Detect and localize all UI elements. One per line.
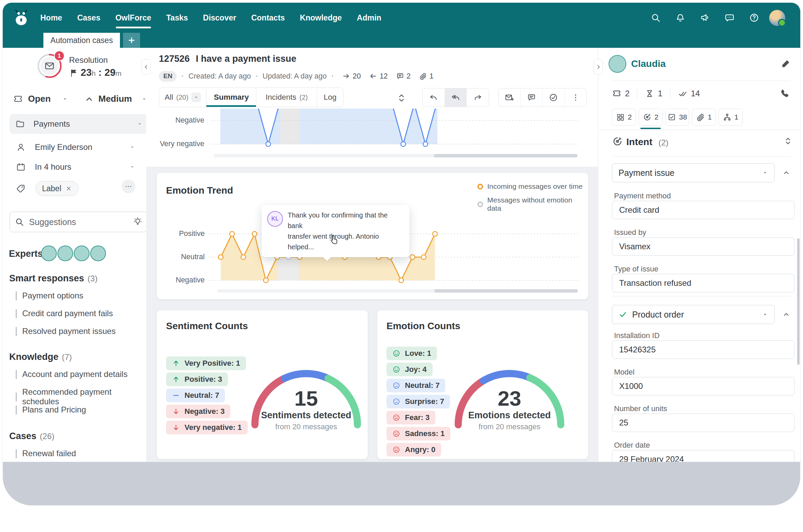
tab-incidents[interactable]: Incidents(2): [256, 87, 317, 107]
chat-icon[interactable]: [724, 13, 735, 23]
field-payments[interactable]: Payments: [10, 114, 148, 134]
form-input-issued-by[interactable]: Visamex: [612, 237, 794, 256]
form-input-number-of-units[interactable]: 25: [612, 414, 794, 432]
reply-all-icon: [451, 93, 460, 102]
new-tab-button[interactable]: [123, 33, 140, 48]
contact-stat-double-check: 14: [678, 89, 700, 98]
contact-tab-checkbox[interactable]: 38: [665, 109, 689, 126]
list-item[interactable]: Recommended payment schedules: [16, 387, 146, 406]
chart-scrollbar-thumb[interactable]: [434, 289, 578, 293]
field-value: In 4 hours: [35, 162, 71, 172]
lightbulb-icon[interactable]: [133, 217, 142, 227]
tab-log[interactable]: Log: [317, 87, 343, 107]
created-timestamp: Created: A day ago: [188, 72, 251, 81]
hourglass-icon: [645, 89, 654, 98]
contact-tab-paperclip[interactable]: 1: [692, 109, 716, 126]
collapse-right-panel-button[interactable]: [594, 59, 603, 74]
tool-reply[interactable]: [423, 88, 445, 107]
chart-scrollbar-thumb[interactable]: [434, 154, 577, 157]
label-chip[interactable]: Label: [36, 181, 79, 196]
kebab-icon: [571, 93, 580, 102]
list-item[interactable]: Payment options: [16, 291, 83, 300]
megaphone-icon[interactable]: [700, 13, 710, 23]
phone-icon[interactable]: [779, 88, 790, 99]
chart-scrollbar[interactable]: [217, 289, 578, 293]
close-icon[interactable]: [65, 185, 72, 192]
expert-avatar[interactable]: [90, 246, 106, 261]
priority-dropdown[interactable]: Medium: [84, 94, 148, 104]
intent-icon: [612, 136, 623, 147]
intent-select-2[interactable]: Product order: [612, 305, 775, 324]
tab-automation-cases[interactable]: Automation cases: [43, 33, 120, 48]
help-icon[interactable]: [749, 13, 759, 23]
intent-select-1[interactable]: Payment issue: [612, 163, 775, 182]
more-labels-button[interactable]: [122, 180, 135, 193]
nav-item-home[interactable]: Home: [40, 13, 62, 23]
expert-avatar[interactable]: [57, 246, 73, 261]
gauge-value: 15: [255, 386, 357, 410]
nav-item-owlforce[interactable]: OwlForce: [115, 13, 151, 23]
person-icon: [16, 142, 26, 152]
search-icon[interactable]: [651, 13, 661, 23]
form-input-model[interactable]: X1000: [612, 377, 794, 395]
suggestions-input[interactable]: [28, 217, 129, 227]
field-emily-enderson[interactable]: Emily Enderson: [16, 142, 135, 152]
panel-scrollbar[interactable]: [797, 238, 800, 365]
tab-all[interactable]: All(20): [159, 87, 207, 107]
caret-icon: [129, 144, 135, 150]
contact-avatar[interactable]: [609, 55, 626, 73]
form-input-type-of-issue[interactable]: Transaction refused: [612, 274, 794, 292]
list-item[interactable]: Renewal failed: [16, 449, 76, 458]
chevron-down-icon: [62, 96, 68, 102]
bell-icon[interactable]: [675, 13, 685, 23]
face-sad-icon: [392, 446, 400, 454]
count-chip: Joy: 4: [386, 363, 433, 376]
tool-check-circle[interactable]: [542, 88, 564, 107]
contact-name[interactable]: Claudia: [631, 58, 666, 69]
list-item[interactable]: Plans and Pricing: [16, 405, 86, 415]
sort-toggle-icon[interactable]: [783, 136, 793, 146]
form-input-installation-id[interactable]: 15426325: [612, 340, 794, 359]
resolution-label: Resolution: [69, 55, 108, 65]
tool-reply-all[interactable]: [445, 88, 467, 107]
tool-forward[interactable]: [466, 88, 489, 107]
emotion-counts-title: Emotion Counts: [386, 321, 460, 332]
tool-comment[interactable]: [520, 88, 543, 107]
nav-item-tasks[interactable]: Tasks: [166, 13, 188, 23]
collapse-left-panel-button[interactable]: [141, 59, 151, 74]
nav-item-discover[interactable]: Discover: [203, 13, 236, 23]
expert-avatar[interactable]: [74, 246, 90, 261]
user-avatar[interactable]: [769, 10, 785, 26]
grid-icon: [616, 113, 625, 122]
reply-icon: [429, 93, 438, 102]
list-item[interactable]: Credit card payment fails: [16, 309, 113, 318]
tab-dropdown-button[interactable]: [191, 93, 201, 102]
contact-tab-org[interactable]: 1: [719, 109, 743, 126]
collapse-section-icon[interactable]: [782, 169, 790, 177]
collapse-section-icon[interactable]: [782, 310, 790, 319]
sort-toggle-icon[interactable]: [396, 92, 407, 104]
nav-item-cases[interactable]: Cases: [77, 13, 100, 23]
tool-kebab[interactable]: [564, 88, 587, 107]
status-dropdown[interactable]: Open: [13, 94, 68, 104]
list-item[interactable]: Resolved payment issues: [16, 326, 115, 336]
envelope-plus-icon: [505, 93, 514, 102]
form-input-payment-method[interactable]: Credit card: [612, 201, 794, 219]
edit-pencil-icon[interactable]: [781, 58, 791, 69]
tool-envelope-plus[interactable]: [499, 88, 520, 107]
count-chip: Fear: 3: [386, 411, 435, 424]
field-in-4-hours[interactable]: In 4 hours: [16, 162, 135, 172]
tab-summary[interactable]: Summary: [206, 87, 257, 107]
nav-item-admin[interactable]: Admin: [357, 13, 381, 23]
form-input-order-date[interactable]: 29 February 2024: [612, 450, 794, 462]
face-happy-icon: [392, 349, 400, 358]
chart-scrollbar[interactable]: [214, 154, 577, 157]
nav-item-knowledge[interactable]: Knowledge: [300, 13, 342, 23]
expert-avatar[interactable]: [41, 246, 57, 261]
list-item[interactable]: Account and payment details: [16, 369, 127, 379]
contact-tab-dart[interactable]: 2: [639, 109, 663, 126]
contact-tab-grid[interactable]: 2: [612, 109, 636, 126]
nav-item-contacts[interactable]: Contacts: [251, 13, 285, 23]
case-stat-comment: 2: [396, 72, 411, 81]
plus-icon: [127, 36, 136, 45]
